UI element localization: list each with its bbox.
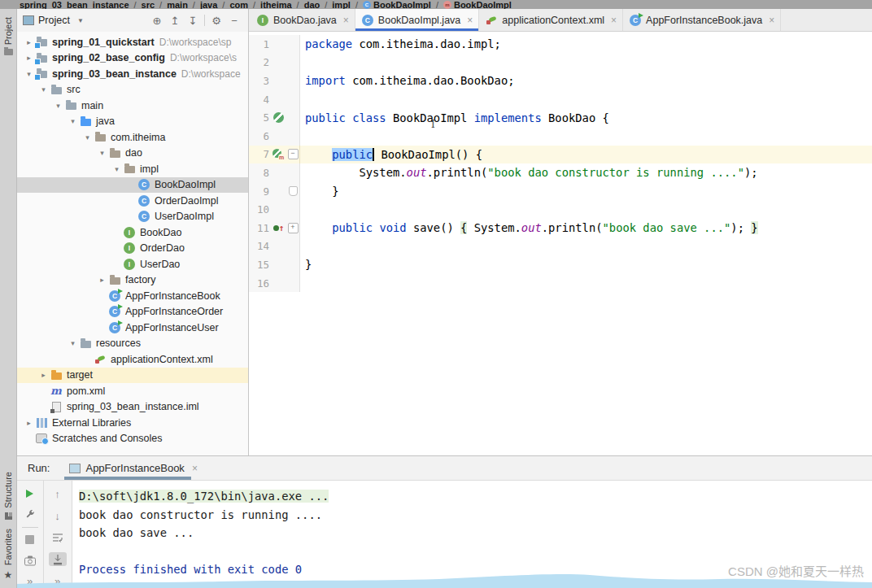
collapse-all-icon[interactable]: ↧ bbox=[184, 15, 202, 27]
settings-icon[interactable]: ⚙ bbox=[207, 15, 225, 27]
chevron-down-icon[interactable]: ▾ bbox=[37, 85, 50, 94]
chevron-down-icon[interactable]: ▾ bbox=[81, 133, 94, 142]
rerun-button[interactable] bbox=[21, 487, 39, 500]
close-icon[interactable]: × bbox=[467, 15, 473, 26]
project-window-icon bbox=[23, 15, 34, 25]
fold-marker[interactable]: − bbox=[288, 149, 299, 159]
close-icon[interactable]: × bbox=[611, 15, 617, 26]
chevron-down-icon[interactable]: ▾ bbox=[67, 339, 79, 347]
chevron-right-icon[interactable]: ▸ bbox=[37, 371, 50, 379]
chevron-right-icon[interactable]: ▸ bbox=[23, 38, 35, 46]
tree-item[interactable]: ▾main bbox=[16, 98, 248, 114]
tree-item[interactable]: ▾src bbox=[16, 82, 248, 98]
editor-tab[interactable]: IBookDao.java× bbox=[251, 9, 355, 31]
more-button[interactable]: » bbox=[49, 573, 67, 588]
tree-item[interactable]: COrderDaoImpl bbox=[16, 193, 248, 209]
hide-icon[interactable]: − bbox=[225, 15, 243, 27]
tree-item[interactable]: Scratches and Consoles bbox=[16, 431, 248, 447]
locate-icon[interactable]: ⊕ bbox=[148, 15, 166, 27]
breadcrumb-item[interactable]: itheima bbox=[260, 0, 292, 9]
chevron-right-icon[interactable]: ▸ bbox=[96, 276, 108, 284]
constructor-gutter-icon[interactable] bbox=[272, 149, 286, 159]
tree-item[interactable]: ▸factory bbox=[16, 272, 248, 289]
up-stack-button[interactable]: ↑ bbox=[49, 487, 67, 502]
tree-item[interactable]: ▾resources bbox=[16, 336, 248, 352]
chevron-down-icon[interactable]: ▾ bbox=[96, 149, 108, 157]
breadcrumb-item[interactable]: spring_03_bean_instance bbox=[20, 0, 129, 9]
tree-item[interactable]: spring_03_bean_instance.iml bbox=[16, 399, 248, 416]
tree-item[interactable]: applicationContext.xml bbox=[16, 351, 248, 368]
tree-item[interactable]: ▸target bbox=[16, 368, 248, 384]
package-icon bbox=[108, 146, 121, 159]
tree-item[interactable]: CAppForInstanceOrder bbox=[16, 304, 248, 320]
project-toolwindow-icon[interactable] bbox=[4, 49, 13, 55]
tree-item[interactable]: CAppForInstanceUser bbox=[16, 320, 248, 336]
tree-item[interactable]: IBookDao bbox=[16, 224, 248, 241]
tree-item-label: applicationContext.xml bbox=[111, 354, 213, 365]
scroll-to-end-button[interactable] bbox=[49, 552, 67, 567]
tree-item[interactable]: mpom.xml bbox=[16, 383, 248, 399]
screenshot-button[interactable] bbox=[21, 554, 39, 567]
tree-item-label: src bbox=[67, 84, 81, 95]
tree-item[interactable]: CAppForInstanceBook bbox=[16, 288, 248, 304]
implements-gutter-icon[interactable] bbox=[273, 112, 284, 123]
code-editor[interactable]: 1package com.itheima.dao.impl;23import c… bbox=[249, 32, 872, 455]
sidebar-item-favorites[interactable]: Favorites bbox=[3, 529, 13, 565]
stop-button[interactable] bbox=[21, 534, 39, 547]
soft-wrap-button[interactable] bbox=[49, 530, 67, 545]
breadcrumb-item[interactable]: impl bbox=[332, 0, 351, 9]
breadcrumb-item[interactable]: java bbox=[200, 0, 217, 9]
tree-item-label: BookDaoImpl bbox=[155, 179, 216, 190]
tree-item[interactable]: ▸External Libraries bbox=[16, 415, 248, 431]
close-icon[interactable]: × bbox=[192, 463, 198, 474]
chevron-down-icon[interactable]: ▾ bbox=[52, 102, 64, 110]
chevron-right-icon[interactable]: ▸ bbox=[23, 419, 35, 427]
chevron-down-icon[interactable]: ▾ bbox=[23, 70, 35, 78]
tree-item[interactable]: ▾dao bbox=[16, 146, 248, 162]
close-icon[interactable]: × bbox=[343, 15, 349, 26]
tree-item[interactable]: ▾spring_03_bean_instanceD:\workspace bbox=[16, 66, 248, 82]
breadcrumb-item[interactable]: com bbox=[229, 0, 248, 9]
tree-item[interactable]: CUserDaoImpl bbox=[16, 209, 248, 225]
line-number: 9 bbox=[249, 185, 269, 198]
class-icon: C bbox=[363, 1, 371, 9]
interface-icon: I bbox=[256, 14, 269, 27]
breadcrumb-item[interactable]: src bbox=[142, 0, 155, 9]
tree-item[interactable]: IUserDao bbox=[16, 256, 248, 272]
down-stack-button[interactable]: ↓ bbox=[49, 509, 67, 524]
editor-tab[interactable]: applicationContext.xml× bbox=[479, 9, 623, 31]
sidebar-item-project[interactable]: Project bbox=[3, 17, 13, 45]
editor-tab[interactable]: CAppForInstanceBook.java× bbox=[623, 9, 781, 31]
tree-item[interactable]: ▸spring_01_quickstartD:\workspace\sp bbox=[16, 34, 248, 50]
tree-item[interactable]: ▾java bbox=[16, 114, 248, 130]
tree-item-label: pom.xml bbox=[67, 385, 105, 397]
tree-item[interactable]: ▾impl bbox=[16, 161, 248, 177]
breadcrumb-item[interactable]: CBookDaoImpl bbox=[363, 0, 431, 9]
fold-end-marker[interactable] bbox=[289, 186, 298, 196]
chevron-right-icon[interactable]: ▸ bbox=[23, 54, 35, 62]
tree-item[interactable]: CBookDaoImpl bbox=[16, 177, 248, 194]
editor-tab[interactable]: CBookDaoImpl.java× bbox=[355, 9, 479, 31]
breadcrumb-item[interactable]: mBookDaoImpl bbox=[443, 0, 512, 9]
override-gutter-icon[interactable] bbox=[273, 223, 285, 233]
chevron-down-icon[interactable]: ▾ bbox=[111, 165, 123, 173]
sidebar-item-structure[interactable]: Structure bbox=[3, 472, 13, 508]
chevron-down-icon[interactable]: ▾ bbox=[67, 117, 79, 125]
tree-item-label: Scratches and Consoles bbox=[52, 433, 163, 444]
fold-marker[interactable]: + bbox=[288, 223, 299, 233]
run-tab[interactable]: AppForInstanceBook × bbox=[64, 456, 202, 480]
interface-icon: I bbox=[123, 258, 136, 271]
tree-item[interactable]: ▸spring_02_base_configD:\workspace\s bbox=[16, 50, 248, 67]
structure-icon[interactable] bbox=[5, 512, 12, 520]
breadcrumb-item[interactable]: dao bbox=[304, 0, 320, 9]
favorites-star-icon[interactable]: ★ bbox=[4, 569, 13, 581]
more-button[interactable]: » bbox=[21, 575, 39, 588]
close-icon[interactable]: × bbox=[769, 15, 774, 26]
tree-item[interactable]: ▾com.itheima bbox=[16, 129, 248, 146]
tree-item[interactable]: IOrderDao bbox=[16, 241, 248, 257]
settings-button[interactable] bbox=[21, 507, 39, 520]
run-icon bbox=[26, 490, 33, 498]
expand-all-icon[interactable]: ↥ bbox=[166, 15, 184, 27]
project-panel-title[interactable]: Project ▼ bbox=[23, 15, 84, 26]
breadcrumb-item[interactable]: main bbox=[167, 0, 188, 9]
